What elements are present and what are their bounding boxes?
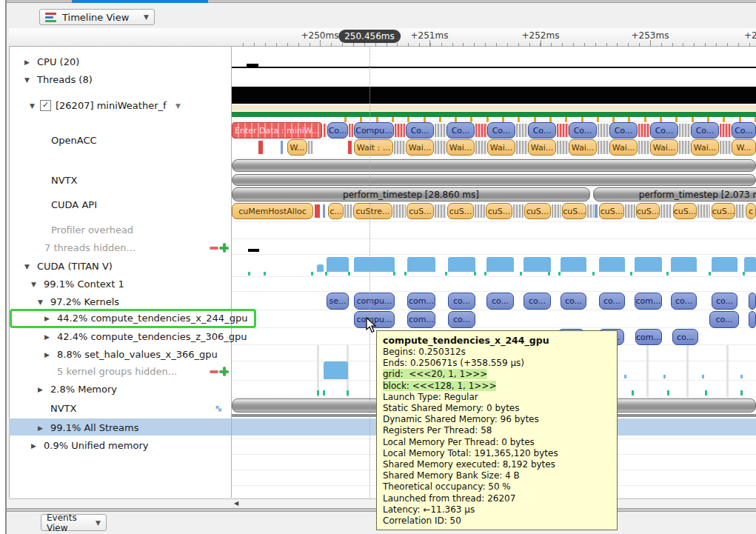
chevron-down-icon[interactable]: ▼ (31, 278, 36, 291)
event-wai[interactable]: Wai... (650, 139, 678, 156)
event-co[interactable]: Co... (691, 122, 719, 138)
event-com[interactable]: com... (407, 311, 435, 328)
chevron-right-icon[interactable]: ▶ (38, 422, 43, 435)
sidebar-item-openacc[interactable]: OpenACC (9, 134, 231, 147)
event-cumemhostalloc[interactable]: cuMemHostAlloc (232, 203, 313, 219)
sidebar-item-cpu[interactable]: ▶CPU (20) (9, 56, 231, 68)
show-rows-plus-icon[interactable] (219, 243, 229, 253)
hide-rows-minus-icon[interactable] (210, 370, 218, 373)
event-co[interactable]: co... (448, 293, 475, 310)
event-co[interactable]: co... (671, 293, 697, 310)
track-thread-state-green (232, 112, 756, 117)
chevron-right-icon[interactable]: ▶ (44, 349, 50, 361)
event-se[interactable]: se... (327, 293, 349, 310)
event-co[interactable]: co... (712, 293, 737, 310)
event-co[interactable]: co... (486, 293, 514, 310)
event-wai[interactable]: Wai... (487, 139, 515, 156)
sidebar-item-unified-memory[interactable]: ▶0.9% Unified memory (9, 439, 231, 452)
sidebar-item-kernel-z306[interactable]: ▶42.4% compute_tendencies_z_306_gpu (9, 330, 231, 343)
event-co[interactable]: Co... (487, 122, 515, 138)
event-perform-timestep-28-860-ms[interactable]: perform_timestep [28.860 ms] (232, 187, 590, 201)
sidebar-item-threads[interactable]: ▼Threads (8) (9, 73, 231, 86)
event-wai[interactable]: Wai... (406, 139, 434, 156)
chevron-down-icon[interactable]: ▼ (30, 100, 35, 113)
event-co[interactable]: Co... (528, 122, 556, 138)
tooltip-line: Launch Type: Regular (383, 392, 611, 403)
event-cus[interactable]: cuS... (447, 203, 474, 219)
sidebar-item-nvtx-gpu[interactable]: NVTX↔ (9, 402, 231, 415)
compressed-events-stripe[interactable] (749, 293, 756, 310)
event-cus[interactable]: cuS... (562, 203, 586, 219)
event-cus[interactable]: cuS... (636, 203, 660, 219)
event-c[interactable]: c (746, 203, 756, 219)
chevron-right-icon[interactable]: ▶ (44, 331, 50, 344)
events-view-dropdown[interactable]: Events View ▼ (41, 514, 107, 531)
event-wai[interactable]: Wai... (569, 139, 597, 156)
event-cus[interactable]: cuS... (524, 203, 551, 219)
compressed-events-stripe[interactable] (749, 311, 756, 328)
event-co[interactable]: Co... (406, 122, 434, 138)
sidebar-item-memory[interactable]: ▶2.8% Memory (9, 383, 231, 396)
event-com[interactable]: com... (635, 329, 662, 345)
event-co[interactable]: co... (523, 293, 551, 310)
event-perform-timestep-2-073-ms[interactable]: perform_timestep [2.073 ms] (593, 187, 756, 201)
chevron-down-icon[interactable]: ▼ (24, 74, 30, 87)
event-cus[interactable]: cuS... (599, 203, 624, 219)
thread-visibility-checkbox[interactable]: ✓ (40, 100, 51, 111)
event-co[interactable]: co... (672, 329, 698, 345)
event-w[interactable]: W... (287, 139, 307, 156)
sidebar-item-profiler-overhead[interactable]: Profiler overhead (9, 224, 231, 236)
event-co[interactable]: Co... (569, 122, 597, 138)
sidebar-item-context1[interactable]: ▼99.1% Context 1 (9, 278, 231, 290)
track-mark-gpu-memcpy-ticks (548, 272, 550, 276)
event-wai[interactable]: Wai... (528, 139, 556, 156)
chevron-down-icon[interactable]: ▼ (24, 261, 30, 273)
sidebar-item-cuda-api[interactable]: CUDA API (9, 198, 231, 211)
expand-row-diagonal-icon[interactable]: ↔ (212, 401, 227, 416)
hide-rows-minus-icon[interactable] (210, 247, 218, 250)
event-com[interactable]: com... (635, 293, 662, 310)
event-com[interactable]: com... (407, 293, 435, 310)
event-co[interactable]: co... (561, 293, 586, 310)
compressed-events-stripe[interactable] (232, 159, 756, 172)
scroll-left-arrow-icon[interactable]: ◀ (234, 500, 238, 507)
event-co[interactable]: Co... (327, 122, 348, 138)
sidebar-item-kernels[interactable]: ▼97.2% Kernels (9, 296, 231, 308)
event-compu[interactable]: Compu... (354, 122, 394, 138)
sidebar-item-threads-hidden[interactable]: 7 threads hidden... (9, 241, 231, 254)
event-co[interactable]: co... (709, 311, 739, 328)
show-rows-plus-icon[interactable] (219, 367, 229, 376)
event-wait[interactable]: Wait : ... (354, 139, 393, 156)
sidebar-item-cuda-device[interactable]: ▼CUDA (TITAN V) (9, 260, 231, 273)
event-custre[interactable]: cuStre... (353, 203, 392, 219)
view-selector-dropdown[interactable]: Timeline View ▼ (39, 9, 155, 25)
event-co[interactable]: Co... (732, 122, 756, 138)
event-co[interactable]: co... (448, 311, 475, 328)
sidebar-item-nvtx[interactable]: NVTX (9, 174, 231, 187)
sidebar-item-kernel-groups-hidden[interactable]: 5 kernel groups hidden... (9, 365, 231, 378)
event-co[interactable]: Co... (446, 122, 475, 138)
chevron-down-icon[interactable]: ▼ (38, 296, 43, 309)
event-compu[interactable]: compu... (354, 293, 395, 310)
chevron-right-icon[interactable]: ▶ (31, 440, 36, 453)
sidebar-item-kernel-sethalo[interactable]: ▶8.8% set_halo_values_x_366_gpu (9, 348, 231, 361)
chevron-right-icon[interactable]: ▶ (24, 56, 30, 69)
event-cus[interactable]: cuS... (486, 203, 512, 219)
event-wai[interactable]: Wai... (446, 139, 475, 156)
event-co[interactable]: co... (599, 293, 625, 310)
chevron-right-icon[interactable]: ▶ (38, 384, 43, 396)
event-co[interactable]: Co... (650, 122, 678, 138)
event-enter-data-miniw[interactable]: Enter Data : miniW... (232, 122, 322, 138)
thread-options-caret-icon[interactable]: ▼ (175, 100, 181, 113)
compressed-events-stripe[interactable] (232, 174, 756, 186)
event-wai[interactable]: Wai... (609, 139, 638, 156)
event-cus[interactable]: cuS... (673, 203, 697, 219)
event-cus[interactable]: cuS... (712, 203, 735, 219)
event-wai[interactable]: Wai... (691, 139, 719, 156)
event-co[interactable]: Co... (609, 122, 638, 138)
sidebar-item-thread-miniweather[interactable]: ▼✓[26207] miniWeather_f▼ (9, 99, 231, 112)
sidebar-item-all-streams[interactable]: ▶99.1% All Streams (9, 421, 231, 434)
event-c[interactable]: c... (328, 203, 344, 219)
event-cus[interactable]: cuS... (407, 203, 434, 219)
event-w[interactable]: W... (732, 139, 756, 156)
